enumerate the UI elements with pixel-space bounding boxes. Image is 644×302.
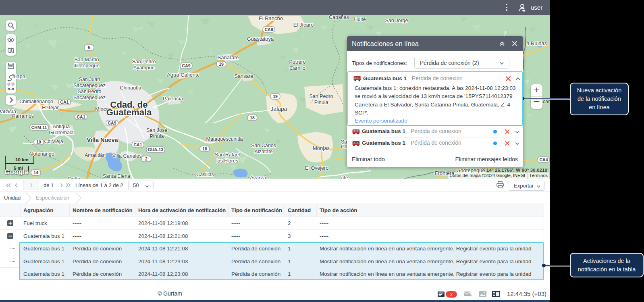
svg-text:Avarza: Avarza <box>250 175 266 179</box>
svg-text:CA1: CA1 <box>60 100 69 104</box>
svg-text:Pinula: Pinula <box>150 133 164 139</box>
svg-text:Chinautla: Chinautla <box>120 85 141 91</box>
svg-text:18: 18 <box>250 115 255 120</box>
svg-text:las Flores: las Flores <box>216 158 238 164</box>
svg-text:Jilotepeque: Jilotepeque <box>74 63 100 69</box>
svg-text:Frontera: Frontera <box>434 170 455 176</box>
svg-text:San Martín: San Martín <box>74 57 99 62</box>
svg-text:San Rafael: San Rafael <box>215 152 240 158</box>
svg-text:El Ovejero: El Ovejero <box>305 165 328 171</box>
svg-text:Sanarate: Sanarate <box>218 54 239 60</box>
svg-text:Palencia: Palencia <box>163 96 183 102</box>
svg-text:CA1: CA1 <box>133 142 142 147</box>
svg-text:Chimaltenango: Chimaltenango <box>19 99 53 104</box>
svg-text:Monjas: Monjas <box>313 145 330 151</box>
svg-text:Huité: Huité <box>354 17 366 22</box>
svg-text:Alzatate: Alzatate <box>254 149 272 154</box>
svg-text:n Ruinas: n Ruinas <box>526 40 547 46</box>
svg-text:19: 19 <box>219 62 224 67</box>
svg-text:San José: San José <box>146 127 167 133</box>
svg-text:18: 18 <box>202 146 207 151</box>
svg-text:CA1: CA1 <box>77 115 85 119</box>
svg-text:San Juan: San Juan <box>79 77 100 82</box>
svg-text:San Pedro: San Pedro <box>77 89 101 94</box>
svg-text:Mataquescuintla: Mataquescuintla <box>206 136 243 142</box>
svg-text:Agua Caliente: Agua Caliente <box>167 72 200 78</box>
svg-text:San Pedro: San Pedro <box>309 94 333 99</box>
svg-text:ate: ate <box>341 175 348 179</box>
svg-text:Potrero: Potrero <box>289 59 306 65</box>
svg-text:San Jorge: San Jorge <box>385 18 408 23</box>
svg-text:Amatitlán: Amatitlán <box>85 152 106 158</box>
svg-text:2: 2 <box>145 156 147 161</box>
svg-text:CA9: CA9 <box>108 121 116 125</box>
svg-text:GUA-13: GUA-13 <box>148 147 164 152</box>
svg-text:Ayampuc: Ayampuc <box>133 65 154 71</box>
svg-text:Gootepeque: Gootepeque <box>456 167 485 173</box>
svg-text:CA9: CA9 <box>182 63 190 68</box>
svg-text:Guatemala: Guatemala <box>49 130 73 135</box>
svg-text:Antigua: Antigua <box>53 124 70 129</box>
svg-text:Casillas: Casillas <box>196 172 214 177</box>
svg-text:El Tejar: El Tejar <box>42 105 58 110</box>
svg-text:San Pedro: San Pedro <box>132 59 156 65</box>
svg-text:El Jícaro: El Jícaro <box>293 22 314 28</box>
svg-text:San Carlos: San Carlos <box>251 143 276 148</box>
svg-text:CA4: CA4 <box>539 157 548 162</box>
svg-text:Jalapa: Jalapa <box>270 106 287 112</box>
svg-text:alapa: alapa <box>12 73 26 79</box>
svg-text:19: 19 <box>273 94 278 99</box>
svg-text:Cabañas: Cabañas <box>329 15 349 20</box>
svg-text:14: 14 <box>33 170 38 175</box>
svg-text:Cd Vieja: Cd Vieja <box>44 139 63 144</box>
svg-text:Alotenango: Alotenango <box>29 151 54 157</box>
svg-text:5: 5 <box>88 45 90 50</box>
svg-text:CA9: CA9 <box>264 27 273 32</box>
svg-text:Villa Nueva: Villa Nueva <box>87 137 118 143</box>
svg-text:Guatemala: Guatemala <box>106 107 152 117</box>
svg-text:Sacatepéquez: Sacatepéquez <box>73 83 106 88</box>
svg-text:Pinula: Pinula <box>314 100 328 105</box>
svg-text:Guastatoya: Guastatoya <box>247 36 274 42</box>
svg-text:CHM-11: CHM-11 <box>31 125 47 130</box>
svg-text:Parramos: Parramos <box>12 113 34 119</box>
svg-text:El Rancho: El Rancho <box>259 15 283 21</box>
svg-text:10: 10 <box>36 140 41 144</box>
svg-text:Sacatepéquez: Sacatepéquez <box>73 95 106 100</box>
svg-text:Carrillo: Carrillo <box>289 65 305 71</box>
svg-text:Sansare: Sansare <box>235 73 253 79</box>
svg-text:Santa Elena: Santa Elena <box>103 173 130 179</box>
svg-text:Villa Canales: Villa Canales <box>112 153 142 159</box>
svg-text:Dalín: Dalín <box>68 176 80 179</box>
